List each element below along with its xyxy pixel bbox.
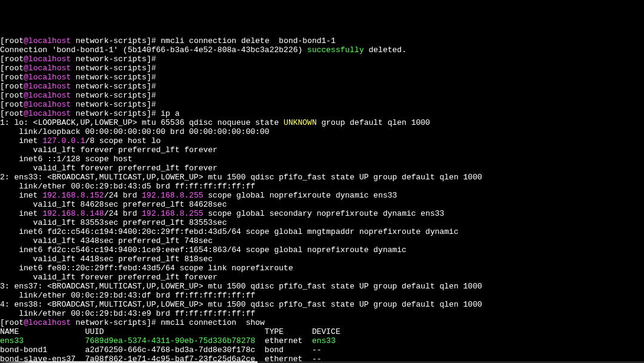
iface-ens33-inet6a: inet6 fd2c:c546:c194:9400:20c:29ff:febd:… (0, 227, 463, 236)
prompt-bracket: [ (0, 36, 5, 45)
iface-ens33-valid4: valid_lft 4418sec preferred_lft 818sec (0, 255, 213, 264)
iface-ens37-head: 3: ens37: <BROADCAST,MULTICAST,UP,LOWER_… (0, 282, 482, 291)
delete-result: Connection 'bond-bond1-1' (5b140f66-b3a6… (0, 45, 407, 55)
iface-lo-head: 1: lo: <LOOPBACK,UP,LOWER_UP> mtu 65536 … (0, 118, 430, 127)
prompt-empty-1: [root@localhost network-scripts]# (0, 55, 161, 64)
prompt-ipa: [root@localhost network-scripts]# ip a (0, 109, 180, 118)
state-unknown: UNKNOWN (284, 118, 317, 127)
iface-lo-link: link/loopback 00:00:00:00:00:00 brd 00:0… (0, 127, 270, 136)
iface-ens33-valid1: valid_lft 84628sec preferred_lft 84628se… (0, 200, 227, 209)
prompt-show: [root@localhost network-scripts]# nmcli … (0, 318, 265, 327)
iface-ens33-link: link/ether 00:0c:29:bd:43:d5 brd ff:ff:f… (0, 182, 255, 191)
table-header: NAME UUID TYPE DEVICE (0, 327, 345, 336)
iface-ens33-valid5: valid_lft forever preferred_lft forever (0, 273, 217, 282)
prompt-path: network-scripts (71, 36, 147, 45)
prompt-empty-5: [root@localhost network-scripts]# (0, 91, 161, 100)
prompt-empty-6: [root@localhost network-scripts]# (0, 100, 161, 109)
table-row-bond1: bond-bond1 a2d76250-666c-4768-bd3a-7dd8e… (0, 345, 345, 355)
iface-ens33-inet1: inet 192.168.8.152/24 brd 192.168.8.255 … (0, 191, 397, 200)
iface-ens33-valid3: valid_lft 4348sec preferred_lft 748sec (0, 236, 213, 245)
terminal-output[interactable]: [root@localhost network-scripts]# nmcli … (0, 36, 644, 363)
iface-ens38-head: 4: ens38: <BROADCAST,MULTICAST,UP,LOWER_… (0, 300, 482, 309)
prompt-empty-4: [root@localhost network-scripts]# (0, 82, 161, 91)
iface-ens37-link: link/ether 00:0c:29:bd:43:df brd ff:ff:f… (0, 291, 255, 300)
iface-ens33-inet2: inet 192.168.8.148/24 brd 192.168.8.255 … (0, 209, 444, 218)
prompt-host: localhost (28, 36, 71, 45)
status-success: successfully (307, 45, 364, 55)
command-ipa: ip a (161, 109, 179, 118)
iface-ens33-inet6c: inet6 fe80::20c:29ff:febd:43d5/64 scope … (0, 264, 297, 273)
prompt-line: [root@localhost network-scripts]# nmcli … (0, 36, 336, 45)
iface-ens33-head: 2: ens33: <BROADCAST,MULTICAST,UP,LOWER_… (0, 173, 482, 182)
command-show: nmcli connection show (161, 318, 265, 327)
prompt-empty-2: [root@localhost network-scripts]# (0, 64, 161, 73)
iface-ens33-inet6b: inet6 fd2c:c546:c194:9400:1ce9:eeef:1654… (0, 245, 411, 255)
iface-lo-valid2: valid_lft forever preferred_lft forever (0, 164, 217, 173)
iface-lo-valid1: valid_lft forever preferred_lft forever (0, 145, 217, 155)
table-row-ens33: ens33 7689d9ea-5374-4311-90eb-75d336b782… (0, 336, 345, 345)
command-delete: nmcli connection delete bond-bond1-1 (161, 36, 336, 45)
prompt-user: root (5, 36, 24, 45)
iface-lo-inet: inet 127.0.0.1/8 scope host lo (0, 136, 161, 145)
iface-ens38-link: link/ether 00:0c:29:bd:43:e9 brd ff:ff:f… (0, 309, 255, 318)
prompt-empty-3: [root@localhost network-scripts]# (0, 73, 161, 82)
prompt-end: ]# (147, 36, 161, 45)
iface-ens33-valid2: valid_lft 83553sec preferred_lft 83553se… (0, 218, 227, 227)
iface-lo-inet6: inet6 ::1/128 scope host (0, 155, 137, 164)
prompt-at: @ (24, 36, 28, 45)
